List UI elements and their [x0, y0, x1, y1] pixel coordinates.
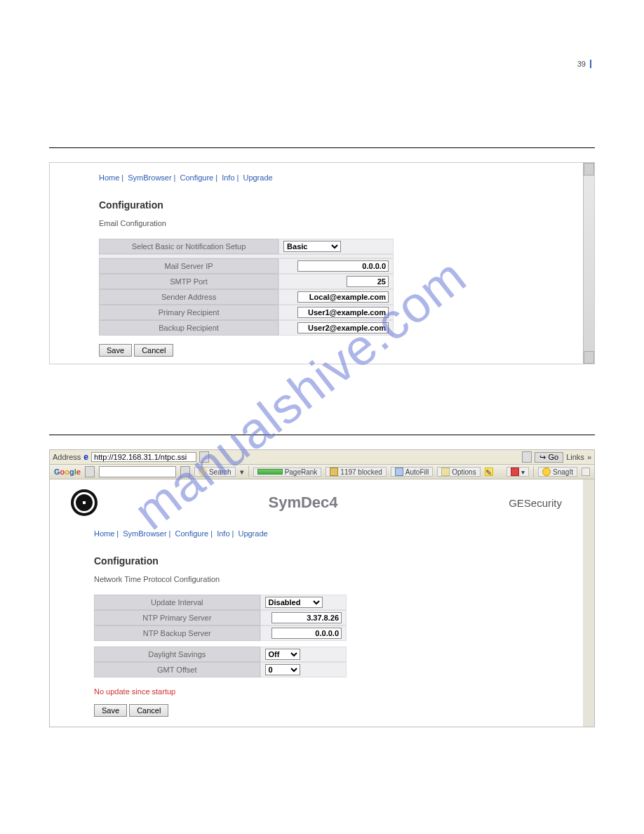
status-message: No update since startup	[94, 687, 570, 696]
snagit-button[interactable]: SnagIt	[538, 467, 577, 477]
sender-label: Sender Address	[99, 289, 279, 305]
blocked-button[interactable]: 1197 blocked	[326, 467, 387, 477]
gmt-offset-select[interactable]: 0	[265, 664, 300, 675]
nav-symbrowser[interactable]: SymBrowser	[123, 529, 166, 538]
autofill-button[interactable]: AutoFill	[391, 467, 433, 477]
breadcrumb: Home| SymBrowser| Configure| Info| Upgra…	[94, 529, 570, 538]
search-icon	[199, 468, 207, 476]
nav-upgrade[interactable]: Upgrade	[238, 529, 267, 538]
divider-top	[49, 147, 595, 148]
nav-upgrade[interactable]: Upgrade	[243, 173, 272, 182]
ntp-config-table: Update Interval Disabled NTP Primary Ser…	[94, 595, 347, 641]
gmt-offset-label: GMT Offset	[94, 662, 260, 677]
tz-config-table: Daylight Savings Off GMT Offset 0	[94, 647, 347, 677]
primary-recipient-input[interactable]	[297, 307, 389, 318]
nav-info[interactable]: Info	[217, 529, 229, 538]
ntp-primary-label: NTP Primary Server	[94, 610, 260, 626]
update-interval-select[interactable]: Disabled	[265, 597, 323, 608]
dst-select[interactable]: Off	[265, 649, 300, 660]
page-title: Configuration	[99, 199, 582, 211]
go-button[interactable]: ↪ Go	[535, 452, 563, 463]
cancel-button[interactable]: Cancel	[134, 344, 173, 357]
options-icon	[441, 468, 450, 476]
save-button[interactable]: Save	[99, 344, 132, 357]
ie-icon: e	[83, 452, 88, 462]
setup-select[interactable]: Basic	[283, 241, 341, 252]
ntp-backup-label: NTP Backup Server	[94, 626, 260, 641]
brand-right: GESecurity	[509, 497, 562, 509]
address-label: Address	[53, 453, 81, 461]
google-toolbar: Google Search ▾ PageRank 1197 blocked Au…	[50, 465, 594, 479]
pagerank-icon	[257, 469, 283, 475]
setup-label: Select Basic or Notification Setup	[99, 239, 279, 254]
autofill-icon	[395, 468, 403, 476]
popup-blocked-icon	[330, 468, 338, 476]
snagit-icon	[542, 468, 551, 476]
highlight-icon[interactable]: ✎	[485, 468, 493, 476]
section-subtitle: Email Configuration	[99, 219, 582, 227]
url-dropdown-icon[interactable]	[199, 451, 209, 463]
product-title: SymDec4	[98, 494, 509, 512]
primary-recipient-label: Primary Recipient	[99, 305, 279, 320]
ntp-config-frame: Address e ↪ Go Links » Google Search ▾ P…	[49, 449, 595, 727]
nav-symbrowser[interactable]: SymBrowser	[128, 173, 171, 182]
smtp-port-input[interactable]	[347, 276, 389, 287]
pdf-button[interactable]: ▾	[507, 467, 529, 477]
google-search-dropdown-icon[interactable]	[180, 466, 190, 477]
snagit-settings-icon[interactable]	[582, 468, 590, 476]
pagerank-button[interactable]: PageRank	[253, 468, 322, 477]
save-button[interactable]: Save	[94, 704, 127, 717]
page-title: Configuration	[94, 555, 570, 567]
mail-server-label: Mail Server IP	[99, 258, 279, 274]
smtp-port-label: SMTP Port	[99, 274, 279, 289]
breadcrumb: Home| SymBrowser| Configure| Info| Upgra…	[99, 173, 582, 182]
pdf-icon	[511, 468, 519, 476]
backup-recipient-input[interactable]	[297, 322, 389, 333]
links-chevron-icon[interactable]: »	[587, 453, 591, 461]
page-number: 39	[577, 60, 591, 68]
links-label[interactable]: Links	[566, 453, 584, 461]
nav-home[interactable]: Home	[94, 529, 114, 538]
ge-logo	[71, 489, 98, 516]
ntp-backup-input[interactable]	[271, 628, 342, 639]
nav-configure[interactable]: Configure	[175, 529, 209, 538]
address-bar: Address e ↪ Go Links »	[50, 450, 594, 465]
url-history-icon[interactable]	[522, 451, 532, 463]
nav-info[interactable]: Info	[222, 173, 234, 182]
google-menu-icon[interactable]	[85, 466, 95, 477]
backup-recipient-label: Backup Recipient	[99, 320, 279, 336]
section-subtitle: Network Time Protocol Configuration	[94, 575, 570, 583]
divider-mid	[49, 435, 595, 435]
update-interval-label: Update Interval	[94, 595, 260, 610]
nav-home[interactable]: Home	[99, 173, 119, 182]
sender-input[interactable]	[297, 291, 389, 303]
google-logo: Google	[54, 468, 81, 476]
email-config-panel: Home| SymBrowser| Configure| Info| Upgra…	[49, 162, 595, 364]
scrollbar[interactable]	[583, 163, 594, 364]
search-button[interactable]: Search	[194, 467, 236, 477]
ntp-primary-input[interactable]	[271, 612, 342, 623]
url-input[interactable]	[91, 452, 196, 462]
dst-label: Daylight Savings	[94, 647, 260, 662]
email-config-table: Select Basic or Notification Setup Basic…	[99, 239, 394, 336]
google-search-input[interactable]	[99, 466, 176, 477]
nav-configure[interactable]: Configure	[180, 173, 214, 182]
cancel-button[interactable]: Cancel	[129, 704, 168, 717]
options-button[interactable]: Options	[437, 467, 480, 477]
mail-server-input[interactable]	[297, 260, 389, 272]
